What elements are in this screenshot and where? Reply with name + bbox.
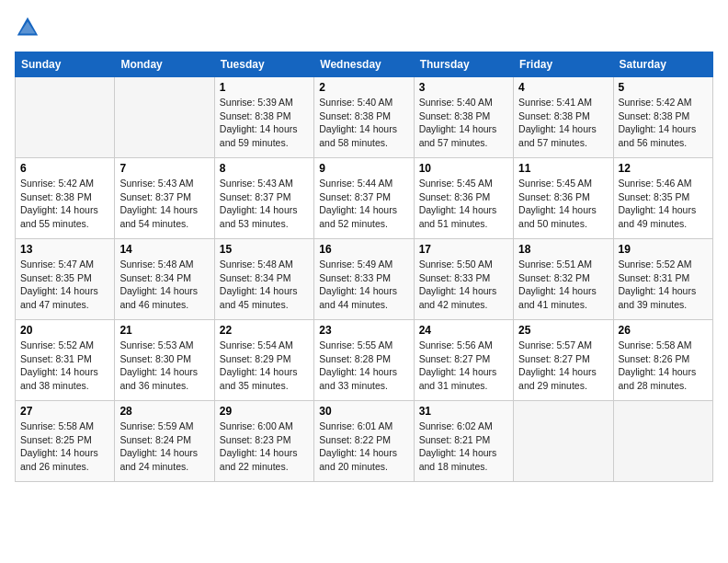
day-info: Sunrise: 6:01 AMSunset: 8:22 PMDaylight:…	[319, 419, 408, 474]
day-number: 21	[119, 324, 209, 337]
day-number: 16	[319, 243, 408, 256]
day-number: 2	[319, 81, 408, 94]
day-number: 10	[419, 162, 508, 175]
day-info: Sunrise: 5:49 AMSunset: 8:33 PMDaylight:…	[319, 258, 408, 312]
calendar-cell: 18Sunrise: 5:51 AMSunset: 8:32 PMDayligh…	[514, 239, 613, 320]
day-info: Sunrise: 6:02 AMSunset: 8:21 PMDaylight:…	[419, 419, 508, 474]
calendar-cell: 9Sunrise: 5:44 AMSunset: 8:37 PMDaylight…	[314, 158, 414, 239]
calendar-week-1: 1Sunrise: 5:39 AMSunset: 8:38 PMDaylight…	[16, 77, 713, 158]
page-header	[15, 15, 713, 40]
col-header-tuesday: Tuesday	[214, 52, 313, 77]
calendar-cell: 30Sunrise: 6:01 AMSunset: 8:22 PMDayligh…	[314, 401, 414, 482]
calendar-cell: 8Sunrise: 5:43 AMSunset: 8:37 PMDaylight…	[214, 158, 313, 239]
col-header-sunday: Sunday	[16, 52, 115, 77]
day-number: 31	[419, 405, 508, 418]
day-number: 18	[518, 243, 608, 256]
day-number: 7	[119, 162, 209, 175]
day-number: 13	[20, 243, 109, 256]
calendar-cell: 13Sunrise: 5:47 AMSunset: 8:35 PMDayligh…	[16, 239, 115, 320]
day-info: Sunrise: 5:43 AMSunset: 8:37 PMDaylight:…	[220, 177, 309, 231]
day-number: 9	[319, 162, 408, 175]
day-number: 19	[619, 243, 708, 256]
day-number: 24	[419, 324, 508, 337]
col-header-thursday: Thursday	[414, 52, 513, 77]
calendar-cell: 26Sunrise: 5:58 AMSunset: 8:26 PMDayligh…	[613, 320, 712, 401]
day-number: 26	[619, 324, 708, 337]
day-number: 5	[619, 81, 708, 94]
calendar-cell: 21Sunrise: 5:53 AMSunset: 8:30 PMDayligh…	[115, 320, 214, 401]
day-info: Sunrise: 5:40 AMSunset: 8:38 PMDaylight:…	[319, 96, 408, 150]
calendar-cell: 7Sunrise: 5:43 AMSunset: 8:37 PMDaylight…	[115, 158, 214, 239]
col-header-friday: Friday	[514, 52, 613, 77]
calendar-table: SundayMondayTuesdayWednesdayThursdayFrid…	[15, 52, 713, 482]
day-number: 8	[220, 162, 309, 175]
day-info: Sunrise: 5:45 AMSunset: 8:36 PMDaylight:…	[518, 177, 608, 231]
day-info: Sunrise: 5:58 AMSunset: 8:25 PMDaylight:…	[20, 419, 109, 474]
col-header-saturday: Saturday	[613, 52, 712, 77]
calendar-cell: 24Sunrise: 5:56 AMSunset: 8:27 PMDayligh…	[414, 320, 513, 401]
header-row: SundayMondayTuesdayWednesdayThursdayFrid…	[16, 52, 713, 77]
day-info: Sunrise: 5:39 AMSunset: 8:38 PMDaylight:…	[220, 96, 309, 150]
day-info: Sunrise: 5:41 AMSunset: 8:38 PMDaylight:…	[518, 96, 608, 150]
calendar-cell: 14Sunrise: 5:48 AMSunset: 8:34 PMDayligh…	[115, 239, 214, 320]
calendar-cell	[16, 77, 115, 158]
calendar-cell: 17Sunrise: 5:50 AMSunset: 8:33 PMDayligh…	[414, 239, 513, 320]
calendar-cell: 25Sunrise: 5:57 AMSunset: 8:27 PMDayligh…	[514, 320, 613, 401]
calendar-week-2: 6Sunrise: 5:42 AMSunset: 8:38 PMDaylight…	[16, 158, 713, 239]
day-info: Sunrise: 5:44 AMSunset: 8:37 PMDaylight:…	[319, 177, 408, 231]
calendar-cell: 2Sunrise: 5:40 AMSunset: 8:38 PMDaylight…	[314, 77, 414, 158]
logo-icon	[15, 15, 40, 40]
calendar-cell: 10Sunrise: 5:45 AMSunset: 8:36 PMDayligh…	[414, 158, 513, 239]
day-info: Sunrise: 6:00 AMSunset: 8:23 PMDaylight:…	[220, 419, 309, 474]
day-number: 17	[419, 243, 508, 256]
day-number: 4	[518, 81, 608, 94]
day-number: 29	[220, 405, 309, 418]
calendar-cell	[613, 401, 712, 482]
col-header-monday: Monday	[115, 52, 214, 77]
calendar-cell: 22Sunrise: 5:54 AMSunset: 8:29 PMDayligh…	[214, 320, 313, 401]
calendar-cell: 29Sunrise: 6:00 AMSunset: 8:23 PMDayligh…	[214, 401, 313, 482]
day-info: Sunrise: 5:52 AMSunset: 8:31 PMDaylight:…	[20, 339, 109, 393]
day-info: Sunrise: 5:57 AMSunset: 8:27 PMDaylight:…	[518, 339, 608, 393]
calendar-cell: 3Sunrise: 5:40 AMSunset: 8:38 PMDaylight…	[414, 77, 513, 158]
day-info: Sunrise: 5:56 AMSunset: 8:27 PMDaylight:…	[419, 339, 508, 393]
day-info: Sunrise: 5:55 AMSunset: 8:28 PMDaylight:…	[319, 339, 408, 393]
day-number: 3	[419, 81, 508, 94]
day-info: Sunrise: 5:50 AMSunset: 8:33 PMDaylight:…	[419, 258, 508, 312]
day-info: Sunrise: 5:42 AMSunset: 8:38 PMDaylight:…	[619, 96, 708, 150]
day-info: Sunrise: 5:59 AMSunset: 8:24 PMDaylight:…	[119, 419, 209, 474]
day-number: 25	[518, 324, 608, 337]
calendar-cell: 23Sunrise: 5:55 AMSunset: 8:28 PMDayligh…	[314, 320, 414, 401]
day-number: 20	[20, 324, 109, 337]
calendar-cell: 4Sunrise: 5:41 AMSunset: 8:38 PMDaylight…	[514, 77, 613, 158]
day-number: 15	[220, 243, 309, 256]
calendar-cell: 28Sunrise: 5:59 AMSunset: 8:24 PMDayligh…	[115, 401, 214, 482]
day-info: Sunrise: 5:40 AMSunset: 8:38 PMDaylight:…	[419, 96, 508, 150]
day-number: 23	[319, 324, 408, 337]
calendar-cell: 19Sunrise: 5:52 AMSunset: 8:31 PMDayligh…	[613, 239, 712, 320]
day-info: Sunrise: 5:53 AMSunset: 8:30 PMDaylight:…	[119, 339, 209, 393]
day-info: Sunrise: 5:54 AMSunset: 8:29 PMDaylight:…	[220, 339, 309, 393]
day-info: Sunrise: 5:43 AMSunset: 8:37 PMDaylight:…	[119, 177, 209, 231]
day-info: Sunrise: 5:58 AMSunset: 8:26 PMDaylight:…	[619, 339, 708, 393]
day-number: 28	[119, 405, 209, 418]
day-number: 12	[619, 162, 708, 175]
day-number: 30	[319, 405, 408, 418]
calendar-week-4: 20Sunrise: 5:52 AMSunset: 8:31 PMDayligh…	[16, 320, 713, 401]
day-number: 11	[518, 162, 608, 175]
calendar-cell: 6Sunrise: 5:42 AMSunset: 8:38 PMDaylight…	[16, 158, 115, 239]
day-info: Sunrise: 5:48 AMSunset: 8:34 PMDaylight:…	[220, 258, 309, 312]
day-info: Sunrise: 5:47 AMSunset: 8:35 PMDaylight:…	[20, 258, 109, 312]
day-number: 22	[220, 324, 309, 337]
day-number: 14	[119, 243, 209, 256]
calendar-cell: 11Sunrise: 5:45 AMSunset: 8:36 PMDayligh…	[514, 158, 613, 239]
calendar-cell: 12Sunrise: 5:46 AMSunset: 8:35 PMDayligh…	[613, 158, 712, 239]
col-header-wednesday: Wednesday	[314, 52, 414, 77]
calendar-cell: 27Sunrise: 5:58 AMSunset: 8:25 PMDayligh…	[16, 401, 115, 482]
day-number: 27	[20, 405, 109, 418]
calendar-cell: 16Sunrise: 5:49 AMSunset: 8:33 PMDayligh…	[314, 239, 414, 320]
calendar-cell: 15Sunrise: 5:48 AMSunset: 8:34 PMDayligh…	[214, 239, 313, 320]
calendar-cell	[514, 401, 613, 482]
day-info: Sunrise: 5:45 AMSunset: 8:36 PMDaylight:…	[419, 177, 508, 231]
calendar-cell: 1Sunrise: 5:39 AMSunset: 8:38 PMDaylight…	[214, 77, 313, 158]
